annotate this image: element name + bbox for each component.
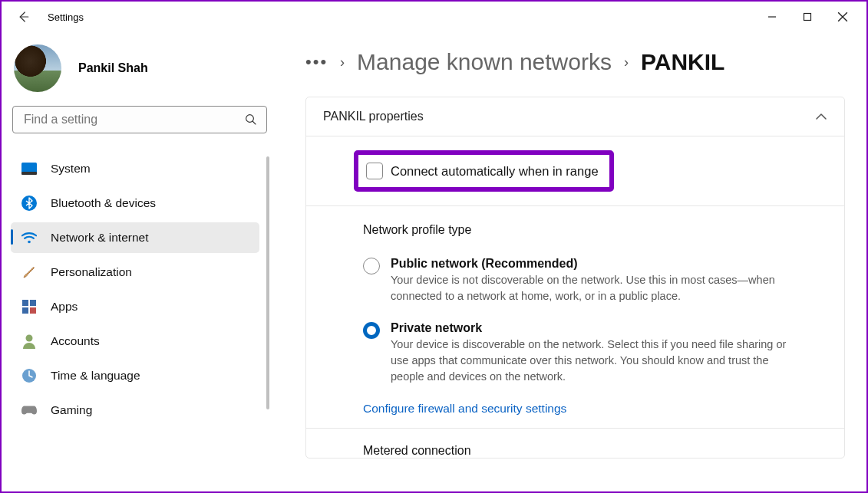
maximize-icon	[803, 12, 812, 21]
sidebar: Pankil Shah System Bluetooth & devices N…	[2, 32, 278, 491]
breadcrumb: ••• › Manage known networks › PANKIL	[305, 49, 845, 75]
breadcrumb-current: PANKIL	[641, 49, 724, 75]
auto-connect-checkbox[interactable]	[366, 163, 383, 179]
auto-connect-row: Connect automatically when in range	[306, 136, 844, 206]
auto-connect-label: Connect automatically when in range	[391, 164, 599, 179]
nav-label: Accounts	[51, 334, 100, 348]
radio-private[interactable]: Private network Your device is discovera…	[363, 321, 790, 385]
search-icon	[244, 113, 258, 127]
nav-label: Network & internet	[51, 231, 149, 245]
nav-label: Apps	[51, 300, 78, 314]
wifi-icon	[21, 230, 37, 245]
main-content: ••• › Manage known networks › PANKIL PAN…	[278, 32, 866, 491]
window-controls	[754, 2, 860, 32]
sidebar-item-apps[interactable]: Apps	[11, 291, 259, 322]
breadcrumb-parent[interactable]: Manage known networks	[357, 49, 612, 75]
search-input[interactable]	[12, 106, 267, 133]
chevron-up-icon	[815, 113, 827, 120]
brush-icon	[21, 265, 37, 280]
sidebar-item-accounts[interactable]: Accounts	[11, 326, 259, 357]
clock-globe-icon	[21, 368, 37, 383]
sidebar-item-system[interactable]: System	[11, 153, 259, 184]
svg-point-10	[26, 335, 33, 342]
profile-name: Pankil Shah	[78, 61, 148, 75]
chevron-right-icon: ›	[624, 54, 629, 71]
arrow-left-icon	[16, 10, 30, 24]
metered-row[interactable]: Metered connection	[306, 428, 844, 458]
minimize-icon	[767, 12, 777, 21]
radio-button[interactable]	[363, 258, 380, 274]
sidebar-item-personalization[interactable]: Personalization	[11, 257, 259, 288]
svg-rect-7	[30, 300, 36, 306]
sidebar-item-bluetooth[interactable]: Bluetooth & devices	[11, 188, 259, 219]
svg-rect-2	[21, 163, 37, 173]
sidebar-item-gaming[interactable]: Gaming	[11, 395, 259, 426]
panel-header[interactable]: PANKIL properties	[306, 97, 844, 136]
nav: System Bluetooth & devices Network & int…	[11, 153, 269, 426]
network-profile-type: Network profile type Public network (Rec…	[306, 206, 844, 428]
nav-label: Gaming	[51, 403, 92, 417]
titlebar: Settings	[2, 2, 866, 32]
window-title: Settings	[48, 12, 84, 23]
close-icon	[837, 12, 848, 22]
search-box	[12, 106, 267, 133]
svg-rect-6	[22, 300, 28, 306]
nav-label: System	[51, 162, 91, 176]
section-heading: Network profile type	[363, 223, 790, 237]
radio-desc: Your device is discoverable on the netwo…	[391, 337, 790, 385]
nav-label: Time & language	[51, 369, 140, 383]
radio-public[interactable]: Public network (Recommended) Your device…	[363, 257, 790, 304]
bluetooth-icon	[21, 196, 37, 211]
system-icon	[21, 161, 37, 176]
radio-title: Public network (Recommended)	[391, 257, 790, 271]
breadcrumb-overflow[interactable]: •••	[305, 52, 328, 72]
sidebar-item-network[interactable]: Network & internet	[11, 222, 259, 253]
maximize-button[interactable]	[790, 2, 825, 32]
nav-label: Bluetooth & devices	[51, 196, 156, 210]
svg-rect-8	[22, 307, 28, 314]
svg-rect-0	[804, 14, 811, 21]
radio-button[interactable]	[363, 322, 380, 339]
profile[interactable]: Pankil Shah	[11, 38, 269, 106]
apps-icon	[21, 299, 37, 314]
radio-title: Private network	[391, 321, 790, 335]
avatar	[14, 44, 61, 92]
gamepad-icon	[21, 403, 37, 418]
radio-desc: Your device is not discoverable on the n…	[391, 272, 790, 304]
nav-label: Personalization	[51, 265, 132, 279]
panel-body: Connect automatically when in range Netw…	[306, 136, 844, 458]
person-icon	[21, 334, 37, 349]
auto-connect-highlight: Connect automatically when in range	[354, 150, 614, 192]
panel-title: PANKIL properties	[323, 110, 424, 123]
minimize-button[interactable]	[754, 2, 790, 32]
close-button[interactable]	[825, 2, 860, 32]
radio-text: Private network Your device is discovera…	[391, 321, 790, 385]
properties-card: PANKIL properties Connect automatically …	[305, 97, 845, 458]
svg-rect-3	[21, 172, 37, 175]
sidebar-item-time-language[interactable]: Time & language	[11, 360, 259, 391]
svg-rect-9	[30, 307, 36, 314]
svg-point-5	[28, 241, 31, 244]
firewall-link[interactable]: Configure firewall and security settings	[363, 402, 790, 416]
back-button[interactable]	[8, 2, 38, 32]
chevron-right-icon: ›	[340, 54, 345, 71]
radio-text: Public network (Recommended) Your device…	[391, 257, 790, 304]
